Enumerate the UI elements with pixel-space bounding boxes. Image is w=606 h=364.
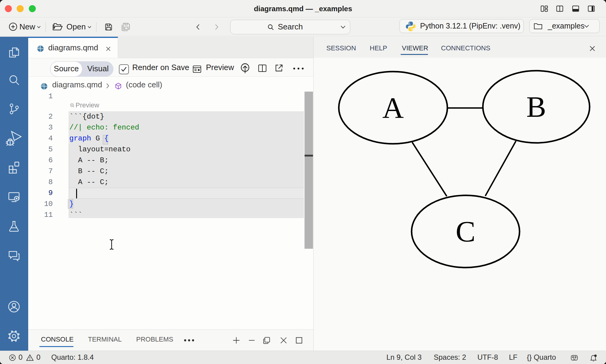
svg-text:A: A xyxy=(382,91,404,124)
svg-text:B: B xyxy=(526,90,546,123)
svg-text:C: C xyxy=(456,215,475,248)
